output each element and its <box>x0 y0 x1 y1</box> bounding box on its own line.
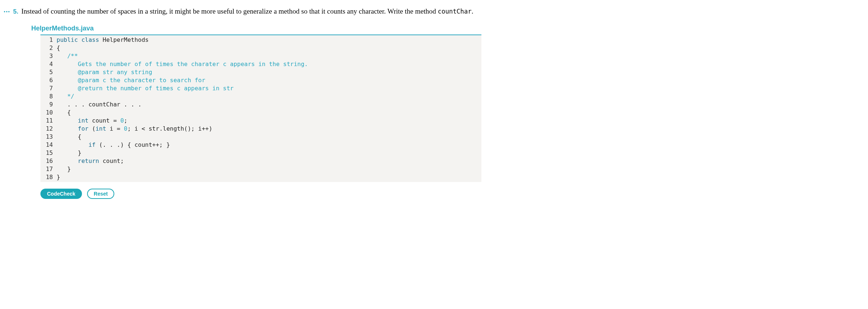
line-content: } <box>57 149 81 157</box>
line-number: 3 <box>40 52 57 60</box>
code-line: 7 @return the number of times c appears … <box>40 84 481 92</box>
line-number: 2 <box>40 44 57 52</box>
code-line: 4 Gets the number of of times the charat… <box>40 60 481 68</box>
line-number: 6 <box>40 76 57 84</box>
code-line: 15 } <box>40 149 481 157</box>
code-line: 5 @param str any string <box>40 68 481 76</box>
line-content: { <box>57 109 71 117</box>
code-line: 18} <box>40 173 481 181</box>
code-line: 1public class HelperMethods <box>40 36 481 44</box>
code-line: 13 { <box>40 133 481 141</box>
code-line: 8 */ <box>40 92 481 101</box>
line-content: return count; <box>57 157 124 165</box>
code-line: 14 if (. . .) { count++; } <box>40 141 481 149</box>
line-number: 9 <box>40 101 57 109</box>
question-row: ••• 5. Instead of counting the number of… <box>4 7 864 15</box>
line-number: 5 <box>40 68 57 76</box>
code-line: 10 { <box>40 109 481 117</box>
difficulty-dots: ••• <box>4 9 10 15</box>
line-number: 12 <box>40 125 57 133</box>
line-content: if (. . .) { count++; } <box>57 141 170 149</box>
code-line: 12 for (int i = 0; i < str.length(); i++… <box>40 125 481 133</box>
line-number: 17 <box>40 165 57 173</box>
line-content: /** <box>57 52 78 60</box>
line-content: } <box>57 173 60 181</box>
line-number: 10 <box>40 109 57 117</box>
button-row: CodeCheck Reset <box>40 189 864 199</box>
line-content: . . . countChar . . . <box>57 101 141 109</box>
line-content: { <box>57 133 81 141</box>
line-number: 16 <box>40 157 57 165</box>
code-line: 17 } <box>40 165 481 173</box>
code-line: 11 int count = 0; <box>40 117 481 125</box>
question-code-term: countChar <box>438 8 471 15</box>
line-content: @param c the character to search for <box>57 76 205 84</box>
reset-button[interactable]: Reset <box>87 189 114 199</box>
line-content: @param str any string <box>57 68 152 76</box>
line-number: 18 <box>40 173 57 181</box>
code-line: 16 return count; <box>40 157 481 165</box>
filename-label: HelperMethods.java <box>31 25 864 32</box>
line-content: for (int i = 0; i < str.length(); i++) <box>57 125 212 133</box>
code-line: 3 /** <box>40 52 481 60</box>
question-text: Instead of counting the number of spaces… <box>21 7 473 15</box>
line-content: public class HelperMethods <box>57 36 148 44</box>
line-content: } <box>57 165 71 173</box>
line-number: 8 <box>40 92 57 101</box>
line-number: 15 <box>40 149 57 157</box>
line-number: 14 <box>40 141 57 149</box>
question-text-before: Instead of counting the number of spaces… <box>21 7 438 15</box>
line-number: 4 <box>40 60 57 68</box>
line-content: */ <box>57 92 74 101</box>
line-content: Gets the number of of times the charater… <box>57 60 308 68</box>
line-number: 13 <box>40 133 57 141</box>
question-number: 5. <box>13 8 18 15</box>
line-content: int count = 0; <box>57 117 128 125</box>
line-content: { <box>57 44 60 52</box>
question-text-after: . <box>471 7 473 15</box>
line-number: 1 <box>40 36 57 44</box>
codecheck-button[interactable]: CodeCheck <box>40 189 82 199</box>
code-line: 6 @param c the character to search for <box>40 76 481 84</box>
code-line: 9 . . . countChar . . . <box>40 101 481 109</box>
code-editor[interactable]: 1public class HelperMethods2{3 /**4 Gets… <box>40 34 481 182</box>
line-number: 7 <box>40 84 57 92</box>
line-number: 11 <box>40 117 57 125</box>
code-line: 2{ <box>40 44 481 52</box>
line-content: @return the number of times c appears in… <box>57 84 234 92</box>
